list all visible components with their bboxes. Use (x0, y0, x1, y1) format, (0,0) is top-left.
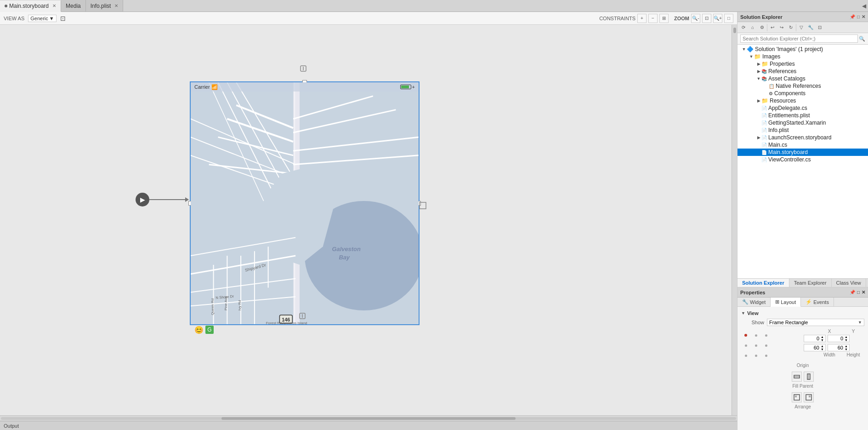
se-refresh-btn[interactable]: ↻ (787, 23, 795, 32)
solution-tree[interactable]: ▼ 🔷 Solution 'Images' (1 project) ▼ 📁 Im… (738, 45, 868, 278)
arrange-btn-2[interactable] (804, 392, 814, 402)
images-expand[interactable]: ▼ (749, 54, 754, 59)
tree-item-gettingstarted[interactable]: ▶ 📄 GettingStarted.Xamarin (738, 119, 868, 126)
emoji-g: G (205, 326, 214, 334)
se-extra-btn[interactable]: ⊡ (816, 23, 824, 32)
hscroll-thumb[interactable] (221, 417, 516, 420)
x-step-down[interactable]: ▼ (821, 338, 824, 342)
anchor-bl[interactable] (741, 351, 750, 360)
tree-item-entitlements[interactable]: ▶ 📄 Entitlements.plist (738, 112, 868, 119)
x-step-up[interactable]: ▲ (821, 335, 824, 338)
width-step-down[interactable]: ▼ (821, 348, 824, 351)
anchor-tl[interactable] (741, 331, 750, 340)
tree-item-asset-catalogs[interactable]: ▼ 📚 Asset Catalogs (738, 75, 868, 82)
prop-tab-events[interactable]: ⚡ Events (801, 298, 834, 306)
prop-maximize-icon[interactable]: □ (857, 290, 860, 295)
fill-parent-h-btn[interactable] (792, 372, 802, 382)
width-input[interactable] (804, 344, 821, 351)
frame-icon[interactable]: ⊡ (60, 15, 66, 22)
bottom-tab-team-explorer[interactable]: Team Explorer (789, 279, 832, 287)
tree-item-launchscreen[interactable]: ▶ 📄 LaunchScreen.storyboard (738, 134, 868, 141)
y-step-down[interactable]: ▼ (845, 338, 848, 342)
tab-main-storyboard-close[interactable]: ✕ (52, 3, 56, 8)
se-sync-btn[interactable]: ⟳ (739, 23, 748, 32)
tree-item-references[interactable]: ▶ 📚 References (738, 68, 868, 75)
pin-icon[interactable]: 📌 (850, 14, 855, 19)
close-panel-icon[interactable]: ✕ (862, 14, 865, 19)
zoom-100-btn[interactable]: □ (724, 14, 733, 23)
references-label: References (768, 68, 796, 75)
tree-item-main-storyboard[interactable]: ▶ 📄 Main.storyboard (738, 149, 868, 156)
arrange-btn-1[interactable] (792, 392, 802, 402)
vscroll-thumb[interactable] (733, 28, 736, 33)
show-dropdown[interactable]: Frame Rectangle ▼ (767, 319, 864, 326)
height-step-up[interactable]: ▲ (845, 344, 848, 348)
zoom-in-btn[interactable]: 🔍+ (713, 14, 722, 23)
tab-info-plist[interactable]: Info.plist ✕ (86, 0, 124, 11)
maximize-icon[interactable]: □ (857, 14, 860, 19)
canvas-content[interactable]: ▶ (0, 25, 732, 415)
prop-tab-layout[interactable]: ⊞ Layout (771, 298, 801, 307)
anchor-mc[interactable] (751, 341, 760, 350)
tree-item-resources[interactable]: ▶ 📁 Resources (738, 97, 868, 104)
zoom-out-btn[interactable]: 🔍- (691, 14, 700, 23)
tree-item-viewcontroller[interactable]: ▶ 📄 ViewController.cs (738, 156, 868, 163)
fill-parent-v-btn[interactable] (804, 372, 814, 382)
prop-pin-icon[interactable]: 📌 (850, 290, 855, 295)
tree-item-solution[interactable]: ▼ 🔷 Solution 'Images' (1 project) (738, 46, 868, 53)
se-tools-btn[interactable]: 🔧 (806, 23, 815, 32)
prop-tab-widget[interactable]: 🔧 Widget (738, 298, 771, 306)
se-search-input[interactable] (740, 34, 858, 43)
generic-select[interactable]: Generic ▼ (28, 15, 56, 22)
properties-expand[interactable]: ▶ (756, 61, 761, 67)
anchor-tr[interactable] (761, 331, 771, 340)
resources-expand[interactable]: ▶ (756, 98, 761, 103)
se-props-btn[interactable]: ⚙ (758, 23, 766, 32)
tab-info-plist-close[interactable]: ✕ (114, 3, 118, 8)
bottom-tab-solution-explorer[interactable]: Solution Explorer (738, 279, 789, 287)
anchor-mr[interactable] (761, 341, 771, 350)
remove-constraints-btn[interactable]: − (648, 14, 658, 23)
se-home-btn[interactable]: ⌂ (749, 23, 757, 32)
tree-item-main-cs[interactable]: ▶ 📄 Main.cs (738, 141, 868, 149)
right-edge-handle[interactable] (419, 202, 426, 211)
launchscreen-expand[interactable]: ▶ (756, 135, 761, 140)
asset-catalogs-expand[interactable]: ▼ (756, 76, 761, 81)
scene-nav-top[interactable] (300, 65, 307, 74)
collapse-panel-icon[interactable]: ◀ (862, 3, 866, 9)
tab-info-plist-label: Info.plist (91, 3, 111, 9)
zoom-fit-btn[interactable]: ⊡ (702, 14, 711, 23)
se-filter-btn[interactable]: ▽ (797, 23, 806, 32)
canvas-vertical-scrollbar[interactable] (732, 25, 737, 415)
height-input[interactable] (828, 344, 845, 351)
prop-close-icon[interactable]: ✕ (862, 290, 865, 295)
canvas-horizontal-scrollbar[interactable] (0, 415, 737, 421)
bottom-tab-class-view[interactable]: Class View (832, 279, 866, 287)
y-step-up[interactable]: ▲ (845, 335, 848, 338)
tab-media[interactable]: Media (61, 0, 86, 11)
solution-expand[interactable]: ▼ (741, 46, 747, 52)
se-redo-btn[interactable]: ↪ (777, 23, 786, 32)
tree-item-components[interactable]: ▶ ⚙ Components (738, 90, 868, 97)
tree-item-native-references[interactable]: ▶ 📋 Native References (738, 82, 868, 90)
add-constraints-btn[interactable]: + (637, 14, 647, 23)
x-input[interactable] (804, 335, 821, 342)
constraints-frame-btn[interactable]: ⊞ (659, 14, 669, 23)
prop-tabs: 🔧 Widget ⊞ Layout ⚡ Events (738, 298, 868, 307)
anchor-tc[interactable] (751, 331, 760, 340)
view-arrow[interactable]: ▼ (741, 311, 745, 315)
tree-item-info-plist[interactable]: ▶ 📄 Info.plist (738, 126, 868, 134)
tab-main-storyboard[interactable]: Main.storyboard ✕ (0, 0, 61, 12)
width-step-up[interactable]: ▲ (821, 344, 824, 348)
y-input[interactable] (828, 335, 845, 342)
scene-nav-bottom[interactable] (299, 312, 306, 321)
tree-item-appdelegate[interactable]: ▶ 📄 AppDelegate.cs (738, 104, 868, 112)
tree-item-images[interactable]: ▼ 📁 Images (738, 53, 868, 60)
anchor-ml[interactable] (741, 341, 750, 350)
anchor-br[interactable] (761, 351, 771, 360)
se-undo-btn[interactable]: ↩ (768, 23, 777, 32)
anchor-bc[interactable] (751, 351, 760, 360)
tree-item-properties[interactable]: ▶ 📁 Properties (738, 60, 868, 68)
height-step-down[interactable]: ▼ (845, 348, 848, 351)
references-expand[interactable]: ▶ (756, 69, 761, 74)
